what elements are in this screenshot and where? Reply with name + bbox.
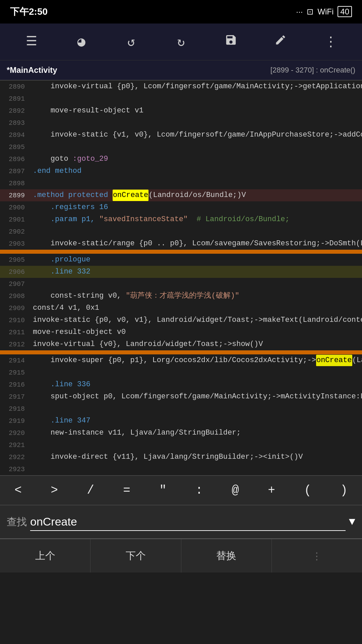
tab-bar: *MainActivity [2899 - 3270] : onCreate() [0,60,362,81]
table-row: 2920 new-instance v11, Ljava/lang/String… [0,427,362,439]
save-button[interactable] [219,30,243,54]
line-content: .registers 16 [30,201,362,213]
bottom-more-icon: ⋮ [312,550,322,562]
line-number: 2894 [0,129,30,141]
edit-button[interactable] [269,30,292,54]
table-row: 2898 [0,177,362,189]
menu-button[interactable]: ☰ [20,30,43,54]
symbol-button[interactable]: ) [334,480,354,501]
line-content: invoke-static {v1, v0}, Lcom/fingersoft/… [30,129,362,141]
line-number: 2900 [0,201,30,213]
status-icons: ··· ⊡ WiFi 40 [296,7,352,16]
table-row: 2900 .registers 16 [0,201,362,213]
more-options-button[interactable]: ⋮ [272,539,362,573]
table-row: 2908 const-string v0, "葫芦侠：才疏学浅的学浅(破解)" [0,290,362,302]
compass-button[interactable]: ◕ [70,30,93,54]
line-content: move-result-object v1 [30,105,362,117]
symbol-button[interactable]: + [261,480,282,501]
table-row: 2915 [0,366,362,379]
line-number: 2923 [0,463,30,475]
table-row: 2919 .line 347 [0,415,362,427]
symbol-button[interactable]: ( [297,480,318,501]
table-row: 2912invoke-virtual {v0}, Landroid/widget… [0,338,362,350]
line-content: invoke-super {p0, p1}, Lorg/cocos2dx/lib… [30,354,362,366]
table-row: 2922 invoke-direct {v11}, Ljava/lang/Str… [0,451,362,463]
line-content: invoke-virtual {p0}, Lcom/fingersoft/gam… [30,81,362,93]
symbol-button[interactable]: < [8,480,28,501]
line-content: .line 347 [30,415,362,427]
table-row: 2906 .line 332 [0,266,362,278]
line-number: 2898 [0,177,30,189]
line-content [30,403,362,415]
line-content: .prologue [30,254,362,266]
line-content [30,177,362,189]
search-input[interactable] [30,513,346,530]
line-content: sput-object p0, Lcom/fingersoft/game/Mai… [30,391,362,403]
line-number: 2912 [0,338,30,350]
search-input-wrapper[interactable] [30,513,346,531]
line-content: .line 332 [30,266,362,278]
line-content: invoke-direct {v11}, Ljava/lang/StringBu… [30,451,362,463]
more-button[interactable]: ⋮ [319,30,342,54]
table-row: 2914 invoke-super {p0, p1}, Lorg/cocos2d… [0,354,362,366]
line-content: .end method [30,165,362,177]
line-content [30,93,362,105]
line-number: 2893 [0,117,30,129]
next-button[interactable]: 下个 [90,539,181,573]
tab-range: [2899 - 3270] : onCreate() [270,66,355,75]
line-content: goto :goto_29 [30,153,362,165]
line-number: 2901 [0,213,30,226]
line-number: 2911 [0,326,30,338]
line-number: 2897 [0,165,30,177]
line-content [30,278,362,290]
line-content: move-result-object v0 [30,326,362,338]
table-row: 2910invoke-static {p0, v0, v1}, Landroid… [0,314,362,326]
line-number: 2909 [0,302,30,314]
symbol-button[interactable]: " [153,480,173,501]
dots-icon: ··· [296,7,303,16]
line-number: 2902 [0,226,30,238]
line-number: 2892 [0,105,30,117]
symbol-button[interactable]: / [80,480,101,501]
table-row: 2902 [0,226,362,238]
replace-button[interactable]: 替换 [181,539,272,573]
table-row: 2892 move-result-object v1 [0,105,362,117]
undo-button[interactable]: ↺ [119,30,143,54]
table-row: 2907 [0,278,362,290]
edit-icon [275,34,287,50]
symbol-button[interactable]: > [44,480,65,501]
table-row: 2909const/4 v1, 0x1 [0,302,362,314]
line-content: invoke-static/range {p0 .. p0}, Lcom/sav… [30,238,362,250]
line-number: 2914 [0,354,30,366]
line-number: 2891 [0,93,30,105]
line-number: 2921 [0,439,30,451]
save-icon [225,34,237,50]
code-editor[interactable]: 2890 invoke-virtual {p0}, Lcom/fingersof… [0,81,362,475]
line-content: invoke-static {p0, v0, v1}, Landroid/wid… [30,314,362,326]
line-content [30,366,362,379]
menu-icon: ☰ [26,36,37,48]
symbol-button[interactable]: = [116,480,137,501]
tab-filename[interactable]: *MainActivity [7,65,57,75]
battery-level: 40 [338,7,352,16]
table-row: 2903 invoke-static/range {p0 .. p0}, Lco… [0,238,362,250]
table-row: 2923 [0,463,362,475]
compass-icon: ◕ [77,34,85,50]
line-content: .param p1, "savedInstanceState" # Landro… [30,213,362,226]
symbol-button[interactable]: @ [225,480,246,501]
prev-button[interactable]: 上个 [0,539,90,573]
line-content [30,117,362,129]
battery-icon: ⊡ [307,7,313,16]
line-content [30,226,362,238]
symbol-bar: <>/=":@+() [0,475,362,505]
line-number: 2908 [0,290,30,302]
toolbar: ☰ ◕ ↺ ↻ ⋮ [0,23,362,60]
line-number: 2916 [0,379,30,391]
search-dropdown-icon[interactable]: ▼ [349,516,355,528]
search-label: 查找 [7,515,27,529]
line-number: 2918 [0,403,30,415]
redo-button[interactable]: ↻ [169,30,193,54]
table-row: 2895 [0,141,362,153]
table-row: 2899.method protected onCreate(Landroid/… [0,189,362,201]
symbol-button[interactable]: : [189,480,209,501]
